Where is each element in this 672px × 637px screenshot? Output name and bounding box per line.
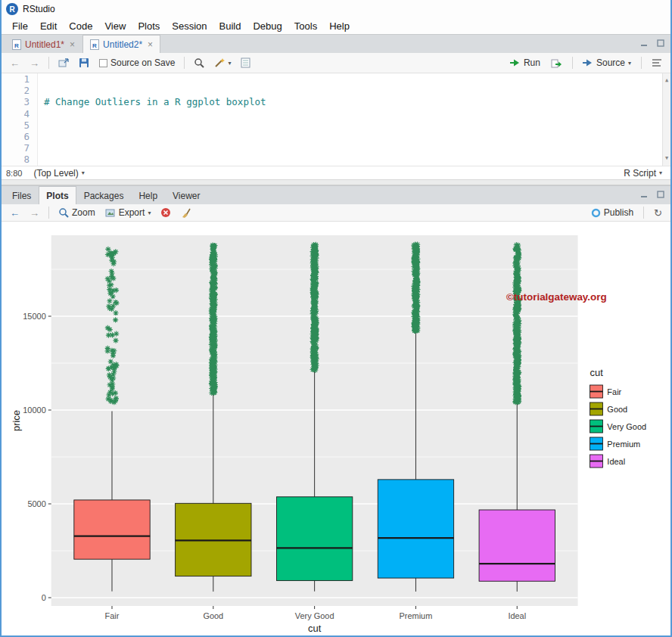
menu-debug[interactable]: Debug xyxy=(247,20,288,33)
line-number-gutter: 1 2 3 4 5 6 7 8 xyxy=(2,73,38,166)
outline-icon xyxy=(652,58,662,67)
clear-all-plots-button[interactable] xyxy=(177,206,195,219)
x-tick-label: Very Good xyxy=(295,611,334,620)
tab-packages[interactable]: Packages xyxy=(76,186,132,204)
find-replace-button[interactable] xyxy=(190,56,208,70)
minimize-pane-icon[interactable] xyxy=(639,38,649,48)
document-outline-button[interactable] xyxy=(648,57,666,69)
broom-icon xyxy=(181,207,191,218)
back-icon: ← xyxy=(10,207,20,219)
menu-session[interactable]: Session xyxy=(166,20,213,33)
code-editor[interactable]: 1 2 3 4 5 6 7 8 # Change Outliers in a R… xyxy=(2,73,670,166)
next-plot-button[interactable]: → xyxy=(26,206,43,220)
remove-plot-icon xyxy=(160,207,171,218)
maximize-pane-icon[interactable] xyxy=(655,189,666,199)
export-icon xyxy=(105,208,116,218)
legend-title: cut xyxy=(590,367,603,378)
minimize-pane-icon[interactable] xyxy=(639,189,649,199)
menu-edit[interactable]: Edit xyxy=(34,20,63,33)
y-axis-title: price xyxy=(11,410,22,431)
pane-splitter[interactable] xyxy=(2,179,670,185)
tab-plots[interactable]: Plots xyxy=(39,186,76,204)
x-tick-label: Ideal xyxy=(508,611,526,620)
watermark: ©tutorialgateway.org xyxy=(506,291,607,303)
publish-label: Publish xyxy=(604,207,633,218)
tab-files[interactable]: Files xyxy=(5,186,39,204)
menu-help[interactable]: Help xyxy=(323,20,356,33)
x-tick-label: Premium xyxy=(400,611,433,620)
line-number: 1 xyxy=(2,73,30,85)
close-icon[interactable]: × xyxy=(70,39,75,50)
notebook-icon xyxy=(241,57,250,68)
chevron-down-icon: ▾ xyxy=(148,210,151,216)
menu-build[interactable]: Build xyxy=(213,20,247,33)
y-tick-label: 10000 xyxy=(23,406,45,415)
chevron-down-icon: ▾ xyxy=(628,60,631,67)
tab-label: Viewer xyxy=(173,191,200,201)
source-on-save-checkbox[interactable] xyxy=(99,59,107,67)
run-button[interactable]: Run xyxy=(506,56,544,70)
x-tick-label: Good xyxy=(203,611,223,620)
refresh-icon: ↻ xyxy=(654,207,662,219)
line-number: 7 xyxy=(2,142,30,154)
y-tick-label: 15000 xyxy=(23,312,45,321)
code-tools-button[interactable]: ▾ xyxy=(210,56,235,70)
menu-view[interactable]: View xyxy=(98,20,132,33)
previous-plot-button[interactable]: ← xyxy=(6,206,23,220)
source-button[interactable]: Source ▾ xyxy=(579,56,635,70)
tab-untitled1[interactable]: R Untitled1* × xyxy=(5,35,82,53)
tab-help[interactable]: Help xyxy=(131,186,165,204)
maximize-pane-icon[interactable] xyxy=(655,38,666,48)
refresh-plot-button[interactable]: ↻ xyxy=(650,206,666,220)
titlebar: R RStudio xyxy=(2,0,670,18)
plots-tabbar: Files Plots Packages Help Viewer xyxy=(2,185,670,204)
plots-toolbar: ← → Zoom Export ▾ Publish ↻ xyxy=(2,204,670,222)
source-icon xyxy=(583,58,593,67)
zoom-icon xyxy=(58,207,69,218)
code-content[interactable]: # Change Outliers in a R ggplot boxplot … xyxy=(38,73,662,166)
popout-icon xyxy=(58,58,69,68)
code-line xyxy=(44,131,662,142)
remove-plot-button[interactable] xyxy=(157,206,175,219)
editor-scrollbar[interactable]: ▲ ▼ xyxy=(662,73,670,166)
search-icon xyxy=(194,57,204,68)
back-button[interactable]: ← xyxy=(6,56,23,70)
tab-label: Files xyxy=(12,191,31,201)
rerun-button[interactable] xyxy=(547,57,566,70)
cursor-position: 8:80 xyxy=(6,169,22,178)
compile-report-button[interactable] xyxy=(237,56,254,70)
publish-button[interactable]: Publish xyxy=(587,206,637,219)
menu-tools[interactable]: Tools xyxy=(288,20,323,33)
forward-button[interactable]: → xyxy=(26,56,43,70)
export-label: Export xyxy=(119,207,145,218)
y-tick-label: 0 xyxy=(42,593,46,602)
scroll-up-icon[interactable]: ▲ xyxy=(665,75,668,86)
tab-label: Untitled2* xyxy=(103,39,142,50)
toolbar-separator xyxy=(643,207,644,219)
line-number: 5 xyxy=(2,120,30,131)
save-button[interactable] xyxy=(75,56,93,70)
tab-untitled2[interactable]: R Untitled2* × xyxy=(82,35,160,53)
tab-viewer[interactable]: Viewer xyxy=(165,186,207,204)
scope-selector[interactable]: (Top Level) ▾ xyxy=(30,166,88,180)
svg-text:R: R xyxy=(92,42,97,48)
menubar: File Edit Code View Plots Session Build … xyxy=(2,18,670,34)
line-number: 2 xyxy=(2,85,30,96)
menu-code[interactable]: Code xyxy=(63,20,98,33)
source-statusbar: 8:80 (Top Level) ▾ R Script ▾ xyxy=(2,166,670,179)
source-on-save-toggle[interactable]: Source on Save xyxy=(95,56,179,70)
filetype-label: R Script xyxy=(624,168,656,179)
menu-file[interactable]: File xyxy=(6,20,34,33)
source-tabbar: R Untitled1* × R Untitled2* × xyxy=(2,34,670,53)
rerun-icon xyxy=(551,58,562,68)
x-tick-label: Fair xyxy=(105,611,120,620)
filetype-selector[interactable]: R Script ▾ xyxy=(620,166,666,180)
zoom-button[interactable]: Zoom xyxy=(54,206,99,219)
r-script-file-icon: R xyxy=(90,39,99,50)
export-button[interactable]: Export ▾ xyxy=(101,206,155,219)
scroll-down-icon[interactable]: ▼ xyxy=(665,153,668,164)
popout-window-button[interactable] xyxy=(54,57,73,70)
close-icon[interactable]: × xyxy=(148,39,153,50)
legend-label: Very Good xyxy=(607,422,646,431)
menu-plots[interactable]: Plots xyxy=(132,20,166,33)
